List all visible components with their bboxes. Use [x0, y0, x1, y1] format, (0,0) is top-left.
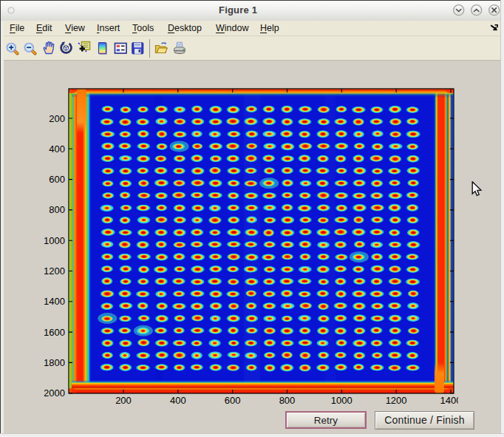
svg-text:1400: 1400	[440, 395, 458, 406]
svg-text:1200: 1200	[44, 265, 65, 277]
svg-text:400: 400	[170, 395, 186, 406]
svg-text:200: 200	[115, 395, 132, 406]
svg-text:1200: 1200	[386, 395, 407, 406]
svg-text:1000: 1000	[44, 235, 65, 246]
svg-text:800: 800	[279, 395, 296, 406]
svg-text:2000: 2000	[44, 387, 65, 399]
svg-text:1000: 1000	[331, 395, 353, 406]
svg-text:400: 400	[49, 143, 65, 155]
svg-text:600: 600	[225, 395, 241, 406]
svg-text:1400: 1400	[44, 296, 65, 307]
svg-text:1600: 1600	[44, 327, 65, 338]
svg-text:800: 800	[49, 204, 65, 215]
svg-text:600: 600	[49, 174, 65, 185]
svg-text:200: 200	[49, 113, 65, 124]
svg-text:1800: 1800	[44, 357, 65, 368]
